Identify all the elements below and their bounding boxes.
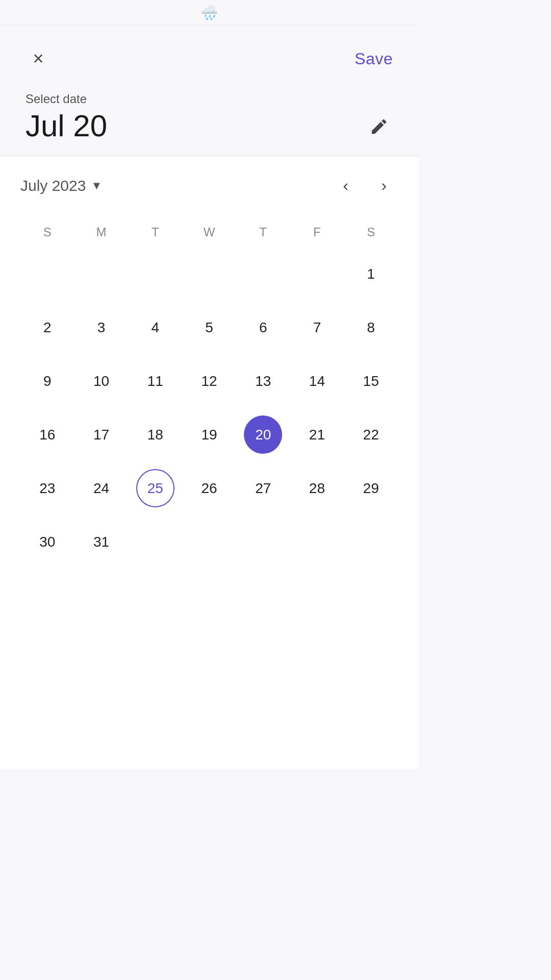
calendar-day[interactable]: 2 [20, 303, 74, 352]
selected-date: Jul 20 [26, 109, 107, 143]
calendar-day[interactable]: 18 [128, 410, 182, 459]
calendar-day[interactable]: 16 [20, 410, 74, 459]
calendar-day[interactable]: 15 [344, 357, 398, 405]
calendar-day-empty [74, 250, 129, 298]
calendar-day[interactable]: 3 [74, 303, 129, 352]
calendar-day[interactable]: 8 [344, 303, 398, 352]
calendar-day-empty [290, 250, 344, 298]
calendar-day-empty [236, 250, 290, 298]
day-header: S [344, 220, 398, 244]
calendar-area: July 2023 ▼ ‹ › SMTWTFS 1234567891011121… [0, 156, 418, 769]
month-label: July 2023 [20, 177, 86, 194]
calendar-day[interactable]: 22 [344, 410, 398, 459]
calendar-day-empty [182, 250, 236, 298]
day-header: S [20, 220, 74, 244]
status-bar: 🌧️ [0, 0, 418, 26]
calendar-day[interactable]: 21 [290, 410, 344, 459]
calendar-day-empty [20, 250, 74, 298]
calendar-day[interactable]: 28 [290, 464, 344, 512]
edit-icon-button[interactable] [365, 112, 393, 140]
calendar-day[interactable]: 12 [182, 357, 236, 405]
calendar-day[interactable]: 5 [182, 303, 236, 352]
day-header: F [290, 220, 344, 244]
nav-arrows: ‹ › [332, 172, 398, 200]
calendar-day[interactable]: 10 [74, 357, 129, 405]
day-header: M [74, 220, 129, 244]
prev-arrow-icon: ‹ [343, 176, 348, 195]
next-month-button[interactable]: › [370, 172, 398, 200]
prev-month-button[interactable]: ‹ [332, 172, 360, 200]
day-header: T [236, 220, 290, 244]
month-nav: July 2023 ▼ ‹ › [20, 172, 398, 200]
calendar-day[interactable]: 11 [128, 357, 182, 405]
select-date-label: Select date [26, 92, 107, 106]
date-display-left: Select date Jul 20 [26, 92, 107, 143]
calendar-day[interactable]: 1 [344, 250, 398, 298]
close-button[interactable]: × [26, 46, 51, 71]
calendar-day[interactable]: 13 [236, 357, 290, 405]
calendar-day[interactable]: 24 [74, 464, 129, 512]
calendar-day[interactable]: 19 [182, 410, 236, 459]
calendar-day[interactable]: 25 [128, 464, 182, 512]
pencil-icon [369, 117, 389, 136]
calendar-day-empty [344, 518, 398, 566]
date-display: Select date Jul 20 [0, 87, 418, 156]
calendar-day[interactable]: 23 [20, 464, 74, 512]
calendar-day-empty [182, 518, 236, 566]
calendar-day-empty [290, 518, 344, 566]
calendar-day-empty [128, 250, 182, 298]
calendar-day-empty [236, 518, 290, 566]
calendar-day[interactable]: 17 [74, 410, 129, 459]
day-headers: SMTWTFS [20, 220, 398, 244]
next-arrow-icon: › [381, 176, 387, 195]
day-header: W [182, 220, 236, 244]
calendar-day-empty [128, 518, 182, 566]
calendar-day[interactable]: 20 [236, 410, 290, 459]
calendar-day[interactable]: 4 [128, 303, 182, 352]
calendar-day[interactable]: 7 [290, 303, 344, 352]
calendar-day[interactable]: 30 [20, 518, 74, 566]
calendar-day[interactable]: 27 [236, 464, 290, 512]
day-header: T [128, 220, 182, 244]
save-button[interactable]: Save [355, 50, 393, 68]
calendar-day[interactable]: 31 [74, 518, 129, 566]
calendar-grid: 1234567891011121314151617181920212223242… [20, 250, 398, 566]
calendar-day[interactable]: 6 [236, 303, 290, 352]
calendar-day[interactable]: 26 [182, 464, 236, 512]
header: × Save [0, 26, 418, 87]
calendar-day[interactable]: 29 [344, 464, 398, 512]
close-icon: × [33, 48, 43, 69]
calendar-day[interactable]: 9 [20, 357, 74, 405]
calendar-day[interactable]: 14 [290, 357, 344, 405]
month-selector[interactable]: July 2023 ▼ [20, 177, 102, 194]
dropdown-arrow-icon: ▼ [91, 179, 102, 192]
weather-icon: 🌧️ [201, 4, 218, 21]
